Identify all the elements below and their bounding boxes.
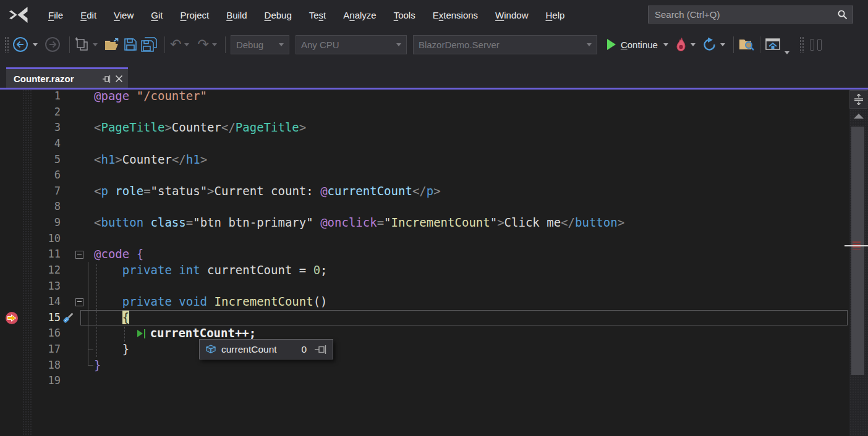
code-text[interactable]: private void IncrementCount(): [84, 294, 328, 310]
search-input[interactable]: Search (Ctrl+Q): [648, 6, 853, 23]
pin-datatip-icon[interactable]: [314, 345, 328, 354]
menu-window[interactable]: Window: [487, 7, 537, 23]
breakpoint-margin[interactable]: [0, 152, 27, 168]
outlining-margin[interactable]: [74, 342, 84, 358]
redo-button[interactable]: ↷: [197, 34, 208, 55]
outlining-margin[interactable]: [74, 294, 84, 310]
hot-reload-dropdown[interactable]: [691, 43, 696, 46]
continue-button[interactable]: Continue: [607, 34, 658, 55]
save-all-button[interactable]: [141, 34, 157, 55]
code-text[interactable]: <button class="btn btn-primary" @onclick…: [84, 215, 624, 231]
breakpoint-margin[interactable]: [0, 120, 27, 136]
scrollbar-thumb[interactable]: [851, 127, 864, 375]
breakpoint-margin[interactable]: [0, 310, 27, 326]
tab-counter-razor[interactable]: Counter.razor: [6, 67, 128, 88]
breakpoint-margin[interactable]: [0, 167, 27, 183]
breakpoint-margin[interactable]: [0, 104, 27, 120]
menu-help[interactable]: Help: [537, 7, 573, 23]
code-text[interactable]: <h1>Counter</h1>: [84, 152, 207, 168]
outlining-margin[interactable]: [74, 88, 84, 104]
restart-dropdown[interactable]: [720, 43, 725, 46]
code-text[interactable]: @page "/counter": [84, 88, 207, 104]
code-line-9[interactable]: 9<button class="btn btn-primary" @onclic…: [0, 215, 849, 231]
code-line-19[interactable]: 19: [0, 373, 849, 389]
hot-reload-button[interactable]: [675, 34, 687, 55]
split-editor-button[interactable]: [849, 90, 867, 109]
menu-analyze[interactable]: Analyze: [334, 7, 385, 23]
navigate-back-dropdown[interactable]: [33, 43, 38, 46]
menu-extensions[interactable]: Extensions: [424, 7, 487, 23]
find-in-files-button[interactable]: [739, 34, 755, 55]
breakpoint-margin[interactable]: [0, 358, 27, 374]
scroll-up-arrow[interactable]: [854, 114, 864, 119]
code-text[interactable]: <PageTitle>Counter</PageTitle>: [84, 120, 306, 136]
menu-edit[interactable]: Edit: [72, 7, 105, 23]
code-line-2[interactable]: 2: [0, 104, 849, 120]
breakpoint-margin[interactable]: [0, 262, 27, 279]
toolbar-overflow-icon[interactable]: [810, 39, 822, 51]
run-to-here-icon[interactable]: [137, 329, 148, 338]
solution-explorer-button[interactable]: [765, 34, 781, 55]
restart-button[interactable]: [702, 34, 717, 55]
outlining-margin[interactable]: [74, 262, 84, 279]
breakpoint-margin[interactable]: [0, 215, 27, 231]
pin-tab-icon[interactable]: [102, 74, 111, 83]
search-icon[interactable]: [837, 9, 848, 20]
new-project-button[interactable]: [75, 34, 90, 55]
toolbar-grip[interactable]: [799, 36, 804, 53]
code-text[interactable]: [84, 104, 94, 120]
menu-tools[interactable]: Tools: [385, 7, 424, 23]
breakpoint-margin[interactable]: [0, 231, 27, 247]
code-lines[interactable]: 1@page "/counter"23<PageTitle>Counter</P…: [0, 88, 849, 389]
code-text[interactable]: private int currentCount = 0;: [84, 262, 328, 279]
code-line-1[interactable]: 1@page "/counter": [0, 88, 849, 104]
solution-platform-combo[interactable]: Any CPU: [296, 35, 407, 54]
save-button[interactable]: [124, 34, 137, 55]
continue-dropdown[interactable]: [663, 43, 668, 46]
undo-button[interactable]: ↶: [170, 34, 181, 55]
code-line-7[interactable]: 7<p role="status">Current count: @curren…: [0, 183, 849, 199]
menu-test[interactable]: Test: [300, 7, 335, 23]
code-line-17[interactable]: 17 }: [0, 342, 849, 358]
breakpoint-margin[interactable]: [0, 136, 27, 152]
menu-debug[interactable]: Debug: [256, 7, 300, 23]
code-text[interactable]: [84, 199, 94, 215]
navigate-forward-button[interactable]: [45, 34, 61, 55]
code-line-8[interactable]: 8: [0, 199, 849, 215]
outlining-margin[interactable]: [74, 167, 84, 183]
new-project-dropdown[interactable]: [93, 43, 98, 46]
outlining-margin[interactable]: [74, 199, 84, 215]
code-line-6[interactable]: 6: [0, 167, 849, 183]
menu-build[interactable]: Build: [218, 7, 255, 23]
code-line-10[interactable]: 10: [0, 231, 849, 247]
collapse-region-toggle[interactable]: [75, 298, 83, 306]
datatip-variable-name[interactable]: currentCount: [221, 344, 301, 355]
code-text[interactable]: [84, 231, 94, 247]
toolbar-grip[interactable]: [4, 36, 9, 53]
outlining-margin[interactable]: [74, 279, 84, 295]
outlining-margin[interactable]: [74, 183, 84, 199]
code-line-3[interactable]: 3<PageTitle>Counter</PageTitle>: [0, 120, 849, 136]
code-text[interactable]: <p role="status">Current count: @current…: [84, 183, 441, 199]
outlining-margin[interactable]: [74, 231, 84, 247]
code-line-5[interactable]: 5<h1>Counter</h1>: [0, 152, 849, 168]
code-line-16[interactable]: 16 currentCount++;: [0, 325, 849, 342]
code-line-18[interactable]: 18}: [0, 358, 849, 374]
code-line-14[interactable]: 14 private void IncrementCount(): [0, 294, 849, 310]
code-text[interactable]: [84, 279, 94, 295]
menu-git[interactable]: Git: [142, 7, 171, 23]
redo-dropdown[interactable]: [212, 43, 217, 46]
breakpoint-margin[interactable]: [0, 183, 27, 199]
navigate-back-button[interactable]: [12, 34, 28, 55]
collapse-region-toggle[interactable]: [75, 251, 83, 259]
code-text[interactable]: [84, 167, 94, 183]
outlining-margin[interactable]: [74, 104, 84, 120]
undo-dropdown[interactable]: [184, 43, 189, 46]
outlining-margin[interactable]: [74, 246, 84, 262]
outlining-margin[interactable]: [74, 358, 84, 374]
breakpoint-margin[interactable]: [0, 279, 27, 295]
menu-view[interactable]: View: [105, 7, 142, 23]
outlining-margin[interactable]: [74, 136, 84, 152]
breakpoint-margin[interactable]: [0, 246, 27, 262]
outlining-margin[interactable]: [74, 152, 84, 168]
